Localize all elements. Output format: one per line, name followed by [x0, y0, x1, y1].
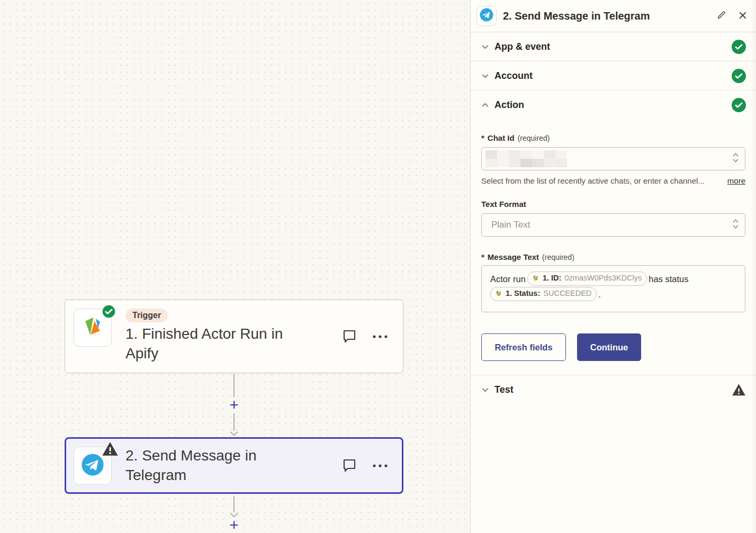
section-label: Action	[494, 100, 732, 111]
required-asterisk: *	[481, 252, 484, 261]
step-card-trigger[interactable]: Trigger 1. Finished Actor Run in Apify	[65, 300, 403, 373]
field-token-run-id[interactable]: 1. ID:0zmasW0Pds3KDClys	[527, 272, 647, 286]
chevron-up-icon	[481, 101, 490, 110]
message-text-label: *Message Text(required)	[481, 252, 745, 261]
chevron-down-icon	[481, 385, 490, 394]
more-link[interactable]: more	[727, 176, 745, 185]
action-section-content: *Chat Id(required) Select from the list …	[471, 120, 756, 361]
warning-badge-icon	[102, 440, 119, 457]
select-chevrons-icon	[732, 218, 739, 232]
message-suffix: .	[598, 290, 601, 299]
trigger-step-title: 1. Finished Actor Run in Apify	[125, 324, 311, 364]
add-step-button-middle[interactable]: +	[226, 396, 242, 413]
telegram-app-tile-small	[476, 6, 497, 26]
ellipsis-icon	[372, 332, 388, 340]
text-format-dropdown[interactable]: Plain Text	[481, 213, 745, 237]
section-app-event[interactable]: App & event	[471, 32, 756, 61]
pencil-icon	[716, 10, 726, 22]
speech-bubble-icon	[341, 328, 357, 345]
panel-header: 2. Send Message in Telegram	[471, 0, 756, 32]
redacted-value	[485, 150, 567, 167]
section-label: Account	[494, 70, 732, 82]
success-check-icon	[732, 40, 746, 54]
select-chevrons-icon	[732, 152, 739, 166]
message-mid: has status	[649, 274, 688, 284]
step-card-action-selected[interactable]: 2. Send Message in Telegram	[65, 437, 403, 494]
section-label: App & event	[494, 41, 732, 52]
step-menu-button[interactable]	[371, 460, 389, 471]
success-check-icon	[732, 98, 746, 112]
section-account[interactable]: Account	[471, 61, 756, 91]
panel-title: 2. Send Message in Telegram	[503, 10, 715, 22]
step-settings-panel: 2. Send Message in Telegram App & event	[470, 0, 756, 533]
message-text-input[interactable]: Actor run1. ID:0zmasW0Pds3KDClyshas stat…	[481, 265, 745, 312]
success-check-badge-icon	[102, 304, 116, 319]
close-icon	[738, 11, 748, 22]
continue-button[interactable]: Continue	[577, 333, 641, 361]
section-action[interactable]: Action	[471, 91, 756, 120]
chat-id-helper-text: Select from the list of recently active …	[481, 176, 727, 185]
section-test[interactable]: Test	[471, 375, 756, 404]
chevron-down-icon	[481, 71, 490, 80]
add-note-button[interactable]	[340, 327, 358, 346]
telegram-app-tile	[74, 447, 112, 485]
telegram-logo-icon	[479, 7, 494, 25]
text-format-value: Plain Text	[491, 220, 530, 230]
warning-triangle-icon	[732, 383, 746, 397]
section-label: Test	[494, 384, 732, 395]
action-step-title: 2. Send Message in Telegram	[125, 446, 287, 485]
step-menu-button[interactable]	[371, 331, 389, 341]
apify-app-tile	[74, 309, 112, 347]
rename-step-button[interactable]	[715, 9, 727, 23]
ellipsis-icon	[372, 462, 388, 469]
add-note-button[interactable]	[340, 456, 358, 475]
speech-bubble-icon	[341, 457, 357, 474]
text-format-label: Text Format	[481, 200, 745, 209]
apify-logo-icon	[494, 290, 502, 297]
apify-logo-icon	[532, 274, 539, 282]
trigger-badge: Trigger	[125, 309, 168, 322]
add-step-button-bottom[interactable]: +	[226, 517, 242, 533]
refresh-fields-button[interactable]: Refresh fields	[481, 333, 566, 361]
success-check-icon	[732, 69, 746, 83]
close-panel-button[interactable]	[737, 10, 749, 23]
message-prefix: Actor run	[490, 274, 526, 284]
chat-id-label: *Chat Id(required)	[481, 133, 745, 142]
field-token-run-status[interactable]: 1. Status:SUCCEEDED	[490, 287, 597, 301]
workflow-canvas[interactable]: Trigger 1. Finished Actor Run in Apify +	[0, 0, 470, 533]
required-asterisk: *	[481, 133, 484, 142]
connector-line	[233, 374, 235, 398]
chevron-down-icon	[481, 42, 490, 51]
chat-id-input[interactable]	[481, 147, 745, 170]
